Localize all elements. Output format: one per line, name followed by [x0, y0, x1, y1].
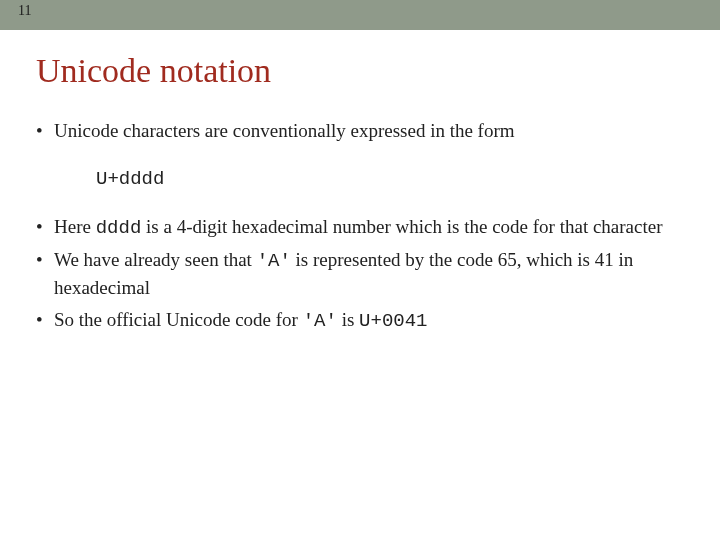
- bullet-text: Here: [54, 216, 96, 237]
- bullet-item: Unicode characters are conventionally ex…: [36, 118, 684, 144]
- bullet-item: So the official Unicode code for 'A' is …: [36, 307, 684, 335]
- mono-text: 'A': [303, 310, 337, 332]
- bullet-text: Unicode characters are conventionally ex…: [54, 120, 515, 141]
- slide-title: Unicode notation: [36, 52, 684, 90]
- bullet-item: Here dddd is a 4-digit hexadecimal numbe…: [36, 214, 684, 242]
- bullet-list: Unicode characters are conventionally ex…: [36, 118, 684, 144]
- mono-text: U+0041: [359, 310, 427, 332]
- top-bar: 11: [0, 0, 720, 30]
- bullet-item: We have already seen that 'A' is represe…: [36, 247, 684, 300]
- mono-text: 'A': [257, 250, 291, 272]
- slide-content: Unicode notation Unicode characters are …: [0, 30, 720, 334]
- bullet-text: is: [337, 309, 359, 330]
- bullet-text: We have already seen that: [54, 249, 257, 270]
- bullet-list: Here dddd is a 4-digit hexadecimal numbe…: [36, 214, 684, 335]
- code-example: U+dddd: [96, 168, 684, 190]
- slide: 11 Unicode notation Unicode characters a…: [0, 0, 720, 540]
- mono-text: dddd: [96, 217, 142, 239]
- bullet-text: So the official Unicode code for: [54, 309, 303, 330]
- bullet-text: is a 4-digit hexadecimal number which is…: [141, 216, 662, 237]
- page-number: 11: [18, 3, 31, 19]
